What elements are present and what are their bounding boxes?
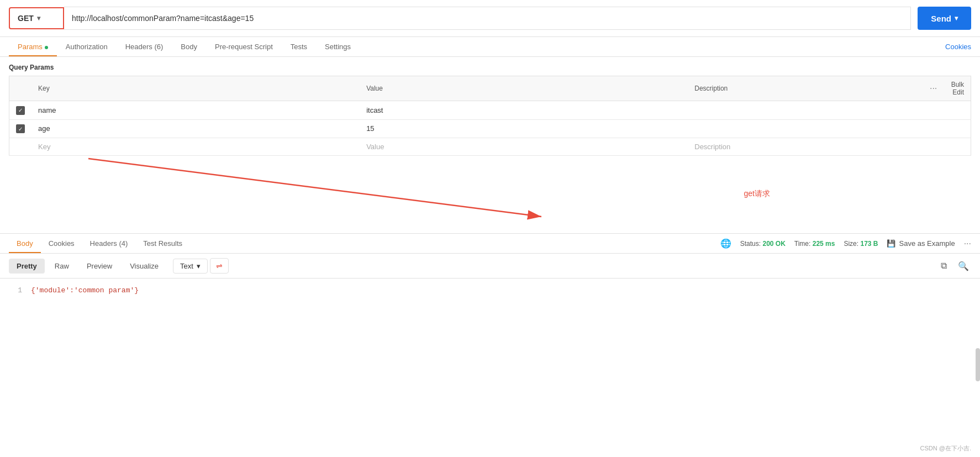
url-bar: GET ▾ Send ▾ — [0, 0, 980, 37]
format-bar: Pretty Raw Preview Visualize Text ▾ ⇌ ⧉ … — [0, 254, 980, 279]
col-bulk-edit-header[interactable]: ··· Bulk Edit — [923, 76, 971, 101]
row1-checkbox[interactable]: ✓ — [16, 106, 25, 115]
response-tab-test-results[interactable]: Test Results — [135, 234, 190, 253]
code-content-1: {'module':'common param'} — [31, 285, 139, 297]
tab-cookies[interactable]: Cookies — [945, 43, 971, 51]
format-actions: ⧉ 🔍 — [939, 259, 971, 274]
method-label: GET — [18, 14, 34, 23]
scrollbar[interactable] — [976, 348, 980, 381]
empty-description[interactable]: Description — [688, 138, 923, 156]
send-chevron: ▾ — [955, 14, 958, 22]
row2-checkbox-cell[interactable]: ✓ — [9, 119, 32, 138]
col-value-header: Value — [360, 76, 688, 101]
save-example-button[interactable]: 💾 Save as Example — [887, 239, 955, 248]
request-tabs: Params Authorization Headers (6) Body Pr… — [0, 37, 980, 57]
time-label: Time: 225 ms — [794, 240, 835, 248]
params-dot — [45, 46, 48, 49]
row1-action — [923, 101, 971, 120]
empty-key[interactable]: Key — [31, 138, 360, 156]
more-options-button[interactable]: ··· — [964, 239, 971, 249]
svg-line-0 — [88, 159, 541, 217]
row2-value[interactable]: 15 — [360, 119, 688, 138]
format-type-select[interactable]: Text ▾ — [173, 259, 208, 274]
table-row-empty: Key Value Description — [9, 138, 971, 156]
search-button[interactable]: 🔍 — [956, 259, 971, 274]
format-tab-preview[interactable]: Preview — [79, 259, 120, 274]
annotation-area: get请求 — [0, 156, 980, 233]
response-tab-body[interactable]: Body — [9, 234, 41, 253]
tab-settings[interactable]: Settings — [316, 37, 360, 56]
tab-pre-request-script[interactable]: Pre-request Script — [206, 37, 282, 56]
tab-params[interactable]: Params — [9, 37, 57, 56]
empty-checkbox-cell — [9, 138, 32, 156]
response-bar: Body Cookies Headers (4) Test Results 🌐 … — [0, 233, 980, 254]
row2-checkbox[interactable]: ✓ — [16, 124, 25, 133]
method-selector[interactable]: GET ▾ — [9, 7, 64, 29]
col-key-header: Key — [31, 76, 360, 101]
copy-button[interactable]: ⧉ — [939, 259, 949, 273]
tab-headers[interactable]: Headers (6) — [117, 37, 172, 56]
annotation-label: get请求 — [744, 189, 770, 199]
status-value: 200 OK — [762, 240, 785, 248]
save-icon: 💾 — [887, 239, 895, 248]
bulk-edit-label[interactable]: Bulk Edit — [940, 81, 964, 96]
size-label: Size: 173 B — [844, 240, 878, 248]
url-input[interactable] — [64, 7, 911, 30]
bulk-edit-dots: ··· — [930, 83, 937, 93]
format-tab-pretty[interactable]: Pretty — [9, 259, 45, 274]
format-tab-visualize[interactable]: Visualize — [122, 259, 166, 274]
format-chevron: ▾ — [197, 262, 201, 270]
wrap-button[interactable]: ⇌ — [210, 258, 229, 274]
tab-body[interactable]: Body — [172, 37, 206, 56]
status-label: Status: 200 OK — [740, 240, 786, 248]
format-tab-raw[interactable]: Raw — [47, 259, 77, 274]
wrap-icon: ⇌ — [216, 261, 223, 270]
code-area[interactable]: 1 {'module':'common param'} — [0, 279, 980, 303]
col-checkbox-header — [9, 76, 32, 101]
params-table: Key Value Description ··· Bulk Edit ✓ na… — [9, 76, 971, 156]
row2-action — [923, 119, 971, 138]
row1-checkbox-cell[interactable]: ✓ — [9, 101, 32, 120]
empty-action — [923, 138, 971, 156]
row1-description[interactable] — [688, 101, 923, 120]
time-value: 225 ms — [813, 240, 835, 248]
code-line-1: 1 {'module':'common param'} — [9, 285, 971, 297]
send-button[interactable]: Send ▾ — [918, 7, 971, 30]
tab-tests[interactable]: Tests — [282, 37, 316, 56]
row2-key[interactable]: age — [31, 119, 360, 138]
table-row: ✓ age 15 — [9, 119, 971, 138]
row2-description[interactable] — [688, 119, 923, 138]
tab-authorization[interactable]: Authorization — [57, 37, 117, 56]
line-number-1: 1 — [9, 285, 22, 297]
method-chevron: ▾ — [37, 14, 40, 22]
response-meta: 🌐 Status: 200 OK Time: 225 ms Size: 173 … — [720, 238, 971, 249]
response-tab-headers[interactable]: Headers (4) — [82, 234, 136, 253]
footer-credit: CSDN @在下小吉. — [920, 444, 971, 453]
size-value: 173 B — [860, 240, 878, 248]
row1-value[interactable]: itcast — [360, 101, 688, 120]
col-description-header: Description — [688, 76, 923, 101]
annotation-arrow — [0, 156, 980, 233]
query-params-section: Query Params Key Value Description ··· B… — [0, 57, 980, 156]
row1-key[interactable]: name — [31, 101, 360, 120]
globe-icon: 🌐 — [720, 238, 731, 249]
response-tab-cookies[interactable]: Cookies — [41, 234, 82, 253]
query-params-title: Query Params — [9, 64, 971, 71]
table-row: ✓ name itcast — [9, 101, 971, 120]
empty-value[interactable]: Value — [360, 138, 688, 156]
send-label: Send — [931, 14, 951, 23]
